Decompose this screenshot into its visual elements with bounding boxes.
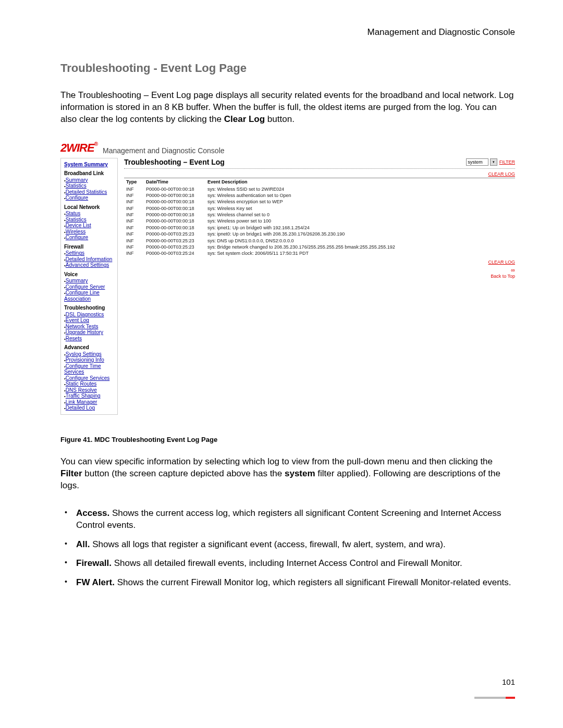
sidebar-link[interactable]: Upgrade History (66, 329, 103, 335)
sidebar-item: Event Log (64, 317, 114, 324)
clear-log-button-bottom[interactable]: CLEAR LOG (488, 260, 515, 265)
sidebar-item: Status (64, 211, 114, 217)
sidebar-item: Configure Time Services (64, 363, 114, 375)
sidebar-item: Detailed Log (64, 405, 114, 411)
cell-datetime: P0000-00-00T00:00:18 (144, 192, 205, 199)
cell-desc: sys: Wireless Key set (205, 205, 515, 212)
sidebar-link[interactable]: Configure Services (66, 375, 109, 381)
cell-desc: sys: Wireless encryption set to WEP (205, 199, 515, 205)
sidebar: System Summary Broadband LinkSummaryStat… (60, 158, 118, 415)
sidebar-item: Configure Server (64, 284, 114, 290)
cell-type: INF (124, 238, 144, 244)
cell-desc: sys: Bridge network changed to 208.35.23… (205, 244, 515, 250)
clear-log-button[interactable]: CLEAR LOG (488, 171, 515, 177)
table-row: INFP0000-00-00T00:00:18sys: Wireless pow… (124, 218, 515, 224)
table-row: INFP0000-00-00T00:00:18sys: ipnet1: Up o… (124, 225, 515, 231)
figure-screenshot: 2WIRE® Management and Diagnostic Console… (60, 141, 515, 415)
back-to-top-link[interactable]: Back to Top (491, 274, 515, 279)
cell-desc: sys: Wireless authentication set to Open (205, 192, 515, 199)
sidebar-item: Settings (64, 250, 114, 256)
sidebar-link[interactable]: DNS Resolve (66, 387, 97, 393)
sidebar-link[interactable]: Syslog Settings (66, 351, 102, 357)
sidebar-link[interactable]: Summary (66, 278, 88, 283)
sidebar-link[interactable]: Detailed Information (66, 256, 113, 262)
paragraph-2: You can view specific information by sel… (60, 456, 515, 492)
sidebar-link[interactable]: Configure Line Association (64, 290, 100, 302)
sidebar-item: Network Tests (64, 324, 114, 330)
intro-text-2: button. (265, 114, 295, 124)
sidebar-group-title: Local Network (64, 204, 114, 211)
intro-paragraph: The Troubleshooting – Event Log page dis… (60, 90, 515, 126)
sidebar-item: Configure (64, 195, 114, 201)
sidebar-link[interactable]: Statistics (66, 183, 87, 189)
cell-datetime: P0000-00-00T03:25:24 (144, 250, 205, 256)
col-datetime: Date/Time (144, 178, 205, 186)
content-pane: Troubleshooting – Event Log system▾ FILT… (118, 158, 515, 415)
sidebar-link[interactable]: Statistics (66, 217, 87, 223)
sidebar-link[interactable]: Summary (66, 177, 88, 183)
cell-datetime: P0000-00-00T03:25:23 (144, 244, 205, 250)
sidebar-item: Detailed Information (64, 256, 114, 263)
sidebar-item: Provisioning Info (64, 357, 114, 363)
sidebar-link[interactable]: Configure Server (66, 284, 105, 290)
sidebar-link[interactable]: Link Manager (66, 399, 97, 405)
sidebar-group-title: Broadband Link (64, 170, 114, 177)
sidebar-item: Traffic Shaping (64, 393, 114, 399)
cell-datetime: P0000-00-00T03:25:23 (144, 231, 205, 237)
sidebar-item: Syslog Settings (64, 351, 114, 357)
cell-desc: sys: Wireless SSID set to 2WIRE024 (205, 186, 515, 192)
table-row: INFP0000-00-00T00:00:18sys: Wireless SSI… (124, 186, 515, 192)
sidebar-item: Configure (64, 235, 114, 241)
sidebar-item: Static Routes (64, 381, 114, 387)
sidebar-link[interactable]: Settings (66, 250, 84, 256)
sidebar-link[interactable]: Resets (66, 336, 82, 341)
sidebar-group-title: Voice (64, 272, 114, 278)
cell-datetime: P0000-00-00T00:00:18 (144, 199, 205, 205)
cell-type: INF (124, 186, 144, 192)
event-log-table: Type Date/Time Event Description INFP000… (124, 178, 515, 256)
filter-button[interactable]: FILTER (499, 159, 515, 165)
content-heading: Troubleshooting – Event Log (124, 158, 225, 166)
sidebar-system-summary[interactable]: System Summary (64, 162, 108, 167)
sidebar-item: Summary (64, 177, 114, 183)
cell-type: INF (124, 244, 144, 250)
list-item: Firewall. Shows all detailed firewall ev… (60, 558, 515, 570)
sidebar-link[interactable]: Status (66, 211, 80, 216)
sidebar-link[interactable]: Configure (66, 235, 88, 240)
sidebar-link[interactable]: Provisioning Info (66, 357, 104, 363)
sidebar-link[interactable]: Configure Time Services (64, 363, 101, 375)
sidebar-item: Configure Services (64, 375, 114, 381)
sidebar-link[interactable]: Detailed Log (66, 405, 95, 411)
sidebar-item: Upgrade History (64, 329, 114, 336)
sidebar-link[interactable]: Event Log (66, 317, 89, 323)
sidebar-item: Statistics (64, 217, 114, 223)
sidebar-link[interactable]: Traffic Shaping (66, 393, 101, 399)
table-row: INFP0000-00-00T00:00:18sys: Wireless cha… (124, 212, 515, 218)
sidebar-link[interactable]: Advanced Settings (66, 262, 109, 268)
cell-desc: sys: Wireless channel set to 0 (205, 212, 515, 218)
table-row: INFP0000-00-00T03:25:24sys: Set system c… (124, 250, 515, 256)
list-item: All. Shows all logs that register a sign… (60, 539, 515, 551)
sidebar-link[interactable]: Device List (66, 223, 91, 228)
cell-type: INF (124, 205, 144, 212)
sidebar-item: Link Manager (64, 399, 114, 405)
list-item: FW Alert. Shows the current Firewall Mon… (60, 577, 515, 589)
sidebar-link[interactable]: Network Tests (66, 324, 99, 329)
chevron-down-icon[interactable]: ▾ (490, 158, 497, 166)
sidebar-item: Detailed Statistics (64, 189, 114, 195)
sidebar-link[interactable]: Static Routes (66, 381, 96, 387)
filter-select[interactable]: system (466, 158, 488, 166)
sidebar-item: Resets (64, 336, 114, 342)
cell-type: INF (124, 225, 144, 231)
cell-type: INF (124, 231, 144, 237)
cell-datetime: P0000-00-00T00:00:18 (144, 218, 205, 224)
sidebar-link[interactable]: DSL Diagnostics (66, 312, 104, 317)
loop-icon: ∞ (511, 267, 515, 273)
table-row: INFP0000-00-00T00:00:18sys: Wireless aut… (124, 192, 515, 199)
sidebar-link[interactable]: Wireless (66, 229, 85, 235)
sidebar-link[interactable]: Detailed Statistics (66, 189, 107, 195)
sidebar-item: Wireless (64, 229, 114, 235)
cell-type: INF (124, 212, 144, 218)
cell-desc: sys: DNS up DNS1:0.0.0.0, DNS2:0.0.0.0 (205, 238, 515, 244)
sidebar-link[interactable]: Configure (66, 195, 88, 201)
